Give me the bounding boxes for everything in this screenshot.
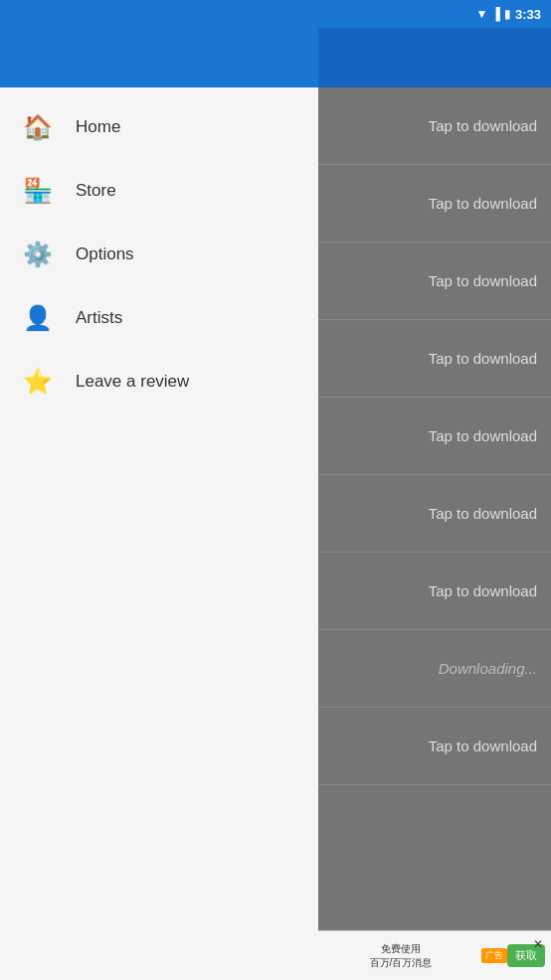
download-list: Tap to downloadTap to downloadTap to dow… bbox=[318, 87, 551, 980]
review-icon: ⭐ bbox=[20, 364, 56, 400]
sidebar-menu: 🏠 Home 🏪 Store ⚙️ Options 👤 Artists ⭐ Le… bbox=[0, 87, 318, 980]
download-text-2: Tap to download bbox=[429, 195, 537, 212]
sidebar-header bbox=[0, 28, 318, 87]
status-bar: ▼ ▐ ▮ 3:33 bbox=[0, 0, 551, 28]
sidebar: 🏠 Home 🏪 Store ⚙️ Options 👤 Artists ⭐ Le… bbox=[0, 28, 318, 980]
status-time: 3:33 bbox=[515, 7, 541, 22]
sidebar-item-review[interactable]: ⭐ Leave a review bbox=[0, 350, 318, 413]
status-icons: ▼ ▐ ▮ 3:33 bbox=[476, 7, 541, 22]
download-text-8: Downloading... bbox=[439, 660, 537, 677]
options-icon: ⚙️ bbox=[20, 237, 56, 272]
ad-text2: 百万/百万消息 bbox=[324, 956, 477, 970]
sidebar-options-label: Options bbox=[76, 245, 134, 264]
download-item-1[interactable]: Tap to download bbox=[318, 87, 551, 165]
sidebar-item-store[interactable]: 🏪 Store bbox=[0, 159, 318, 223]
battery-icon: ▮ bbox=[504, 7, 511, 21]
ad-banner: 免费使用 百万/百万消息 广告 ✕ 获取 bbox=[318, 930, 551, 980]
download-text-6: Tap to download bbox=[429, 505, 537, 522]
content-panel: Tap to downloadTap to downloadTap to dow… bbox=[318, 28, 551, 980]
sidebar-home-label: Home bbox=[76, 117, 120, 137]
sidebar-item-home[interactable]: 🏠 Home bbox=[0, 95, 318, 159]
ad-content: 免费使用 百万/百万消息 bbox=[324, 942, 477, 970]
download-text-4: Tap to download bbox=[429, 350, 537, 367]
download-text-7: Tap to download bbox=[429, 582, 537, 599]
download-item-7[interactable]: Tap to download bbox=[318, 553, 551, 630]
ad-text1: 免费使用 bbox=[324, 942, 477, 956]
ad-label: 广告 bbox=[481, 948, 507, 963]
download-item-8[interactable]: Downloading... bbox=[318, 630, 551, 708]
content-header bbox=[318, 28, 551, 87]
download-text-3: Tap to download bbox=[429, 272, 537, 289]
download-item-5[interactable]: Tap to download bbox=[318, 398, 551, 475]
ad-close-button[interactable]: ✕ bbox=[529, 935, 547, 953]
signal-icon: ▐ bbox=[491, 7, 500, 21]
download-text-9: Tap to download bbox=[429, 737, 537, 754]
sidebar-store-label: Store bbox=[76, 181, 116, 201]
download-item-2[interactable]: Tap to download bbox=[318, 165, 551, 243]
store-icon: 🏪 bbox=[20, 173, 56, 209]
download-text-5: Tap to download bbox=[429, 427, 537, 444]
download-text-1: Tap to download bbox=[429, 117, 537, 134]
download-item-3[interactable]: Tap to download bbox=[318, 243, 551, 320]
artists-icon: 👤 bbox=[20, 300, 56, 336]
download-item-6[interactable]: Tap to download bbox=[318, 475, 551, 553]
sidebar-artists-label: Artists bbox=[76, 308, 122, 328]
download-item-9[interactable]: Tap to download bbox=[318, 708, 551, 785]
sidebar-item-artists[interactable]: 👤 Artists bbox=[0, 286, 318, 350]
wifi-icon: ▼ bbox=[476, 7, 488, 21]
app-container: 🏠 Home 🏪 Store ⚙️ Options 👤 Artists ⭐ Le… bbox=[0, 28, 551, 980]
home-icon: 🏠 bbox=[20, 109, 56, 145]
download-item-4[interactable]: Tap to download bbox=[318, 320, 551, 398]
sidebar-review-label: Leave a review bbox=[76, 372, 189, 392]
sidebar-item-options[interactable]: ⚙️ Options bbox=[0, 223, 318, 286]
